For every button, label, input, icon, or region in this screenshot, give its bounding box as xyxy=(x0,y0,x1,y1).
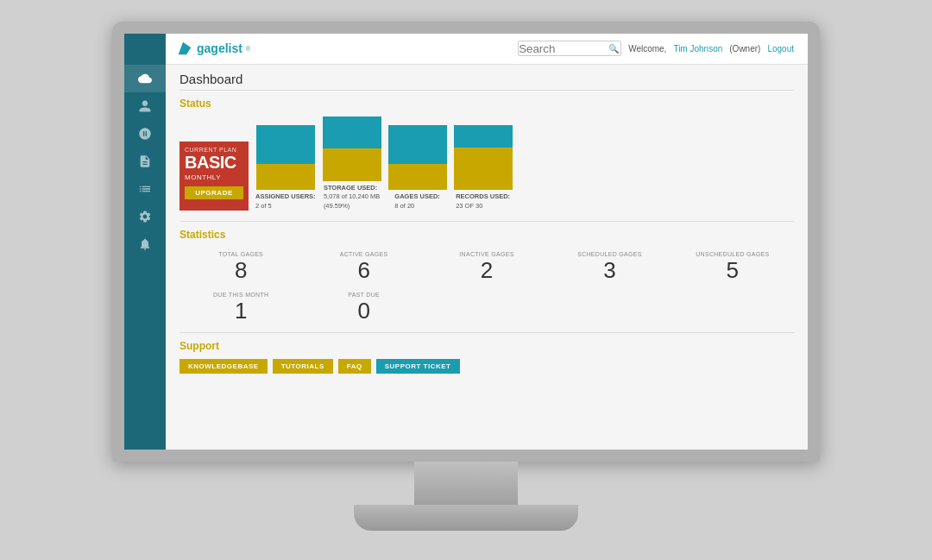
bar-top-teal xyxy=(256,125,315,164)
file-icon xyxy=(138,154,152,168)
nav-sidebar xyxy=(124,34,166,450)
records-bar-gold xyxy=(454,148,513,190)
stat-scheduled-gages-label: SCHEDULED GAGES xyxy=(577,251,642,257)
stat-past-due-label: PAST DUE xyxy=(348,292,380,298)
storage-label: STORAGE USED:5,078 of 10,240 MB(49.59%) xyxy=(324,184,380,211)
assigned-users-bar xyxy=(256,125,315,190)
stat-unscheduled-gages: UNSCHEDULED GAGES 5 xyxy=(671,248,794,285)
cloud-icon xyxy=(138,72,152,85)
stat-unscheduled-gages-label: UNSCHEDULED GAGES xyxy=(696,251,769,257)
bell-icon xyxy=(138,237,152,251)
logo-text: gagelist xyxy=(197,41,242,55)
gages-bar-teal xyxy=(388,125,447,164)
storage-used-card: STORAGE USED:5,078 of 10,240 MB(49.59%) xyxy=(323,116,381,211)
status-divider xyxy=(179,221,794,222)
stat-due-value: 1 xyxy=(235,299,247,322)
svg-marker-0 xyxy=(179,42,192,55)
stat-scheduled-gages-value: 3 xyxy=(603,259,615,281)
search-icon: 🔍 xyxy=(608,44,619,53)
gages-used-card: GAGES USED:8 of 20 xyxy=(388,125,447,211)
logo-registered: ® xyxy=(246,46,250,52)
plan-name: BASIC xyxy=(185,153,243,172)
gauge-icon xyxy=(138,127,152,141)
sidebar-item-users[interactable] xyxy=(124,92,166,120)
search-input[interactable] xyxy=(518,41,621,56)
status-row: CURRENT PLAN BASIC MONTHLY UPGRADE ASSIG… xyxy=(179,116,794,211)
bar-bottom-gold xyxy=(256,164,315,190)
support-section-title: Support xyxy=(179,340,794,352)
main-content: gagelist ® 🔍 Welcome, Tim Johnson (Owner… xyxy=(166,34,808,450)
page-title: Dashboard xyxy=(179,72,794,91)
tutorials-button[interactable]: TUTORIALS xyxy=(273,359,333,374)
plan-label: CURRENT PLAN xyxy=(185,147,243,153)
stat-inactive-gages-label: INACTIVE GAGES xyxy=(459,251,513,257)
stat-scheduled-gages: SCHEDULED GAGES 3 xyxy=(548,248,671,285)
page-main: Dashboard Status CURRENT PLAN BASIC MONT… xyxy=(166,65,808,450)
stat-past-due: PAST DUE 0 xyxy=(302,288,425,325)
topbar: gagelist ® 🔍 Welcome, Tim Johnson (Owner… xyxy=(166,34,808,65)
stat-active-gages-label: ACTIVE GAGES xyxy=(340,251,388,257)
logo-icon xyxy=(176,40,193,57)
gages-label: GAGES USED:8 of 20 xyxy=(394,192,440,211)
statistics-divider xyxy=(179,332,794,333)
nav-logo-area xyxy=(124,34,166,65)
monitor-wrapper: gagelist ® 🔍 Welcome, Tim Johnson (Owner… xyxy=(95,22,837,539)
stat-total-gages-value: 8 xyxy=(235,259,247,281)
storage-bar xyxy=(323,116,381,181)
records-used-card: RECORDS USED:23 OF 30 xyxy=(454,125,513,211)
sidebar-item-reports[interactable] xyxy=(124,175,166,203)
knowledgebase-button[interactable]: KNOWLEDGEBASE xyxy=(179,359,268,374)
sidebar-item-dashboard[interactable] xyxy=(124,65,166,92)
records-bar xyxy=(454,125,513,190)
stat-inactive-gages: INACTIVE GAGES 2 xyxy=(425,248,548,285)
stat-inactive-gages-value: 2 xyxy=(481,259,493,281)
plan-period: MONTHLY xyxy=(185,173,243,181)
stat-unscheduled-gages-value: 5 xyxy=(727,259,739,281)
support-ticket-button[interactable]: SUPPORT TICKET xyxy=(376,359,460,374)
logo-area: gagelist ® xyxy=(176,40,250,57)
records-label: RECORDS USED:23 OF 30 xyxy=(456,192,510,211)
stat-placeholder-5 xyxy=(671,288,794,325)
stat-active-gages: ACTIVE GAGES 6 xyxy=(302,248,425,285)
monitor-stand-base xyxy=(354,505,578,531)
sidebar-item-records[interactable] xyxy=(124,148,166,175)
stat-placeholder-4 xyxy=(548,288,671,325)
assigned-users-label: ASSIGNED USERS:2 of 5 xyxy=(255,192,316,211)
search-container: 🔍 xyxy=(518,41,621,56)
monitor-screen: gagelist ® 🔍 Welcome, Tim Johnson (Owner… xyxy=(112,22,820,462)
statistics-grid-row1: TOTAL GAGES 8 ACTIVE GAGES 6 INACTIVE GA… xyxy=(179,248,794,285)
stat-total-gages: TOTAL GAGES 8 xyxy=(179,248,302,285)
welcome-prefix: Welcome, xyxy=(628,44,666,53)
sidebar-item-notifications[interactable] xyxy=(124,230,166,258)
upgrade-button[interactable]: UPGRADE xyxy=(185,186,243,199)
stat-total-gages-label: TOTAL GAGES xyxy=(218,251,263,257)
statistics-section-title: Statistics xyxy=(179,229,794,241)
records-bar-teal xyxy=(454,125,513,148)
stat-past-due-value: 0 xyxy=(357,299,369,322)
sidebar-item-settings[interactable] xyxy=(124,203,166,230)
faq-button[interactable]: FAQ xyxy=(338,359,371,374)
user-role: (Owner) xyxy=(729,44,760,53)
topbar-right: 🔍 Welcome, Tim Johnson (Owner) Logout xyxy=(518,41,794,56)
support-buttons: KNOWLEDGEBASE TUTORIALS FAQ SUPPORT TICK… xyxy=(179,359,794,374)
statistics-grid-row2: DUE THIS MONTH 1 PAST DUE 0 xyxy=(179,288,794,325)
gages-bar-gold xyxy=(388,164,447,190)
plan-card: CURRENT PLAN BASIC MONTHLY UPGRADE xyxy=(179,142,249,211)
user-name: Tim Johnson xyxy=(673,44,722,53)
gages-bar xyxy=(388,125,447,190)
assigned-users-card: ASSIGNED USERS:2 of 5 xyxy=(255,125,316,211)
stat-placeholder-3 xyxy=(425,288,548,325)
stat-due-this-month: DUE THIS MONTH 1 xyxy=(179,288,302,325)
logout-button[interactable]: Logout xyxy=(767,44,794,53)
storage-bar-gold xyxy=(323,148,381,181)
person-icon xyxy=(138,99,152,113)
sidebar-item-gages[interactable] xyxy=(124,120,166,148)
storage-bar-teal xyxy=(323,116,381,149)
status-section-title: Status xyxy=(179,98,794,110)
list-icon xyxy=(138,182,152,196)
monitor-stand-neck xyxy=(414,462,518,505)
stat-due-label: DUE THIS MONTH xyxy=(213,292,268,298)
stat-active-gages-value: 6 xyxy=(357,259,369,281)
gear-icon xyxy=(138,210,152,223)
